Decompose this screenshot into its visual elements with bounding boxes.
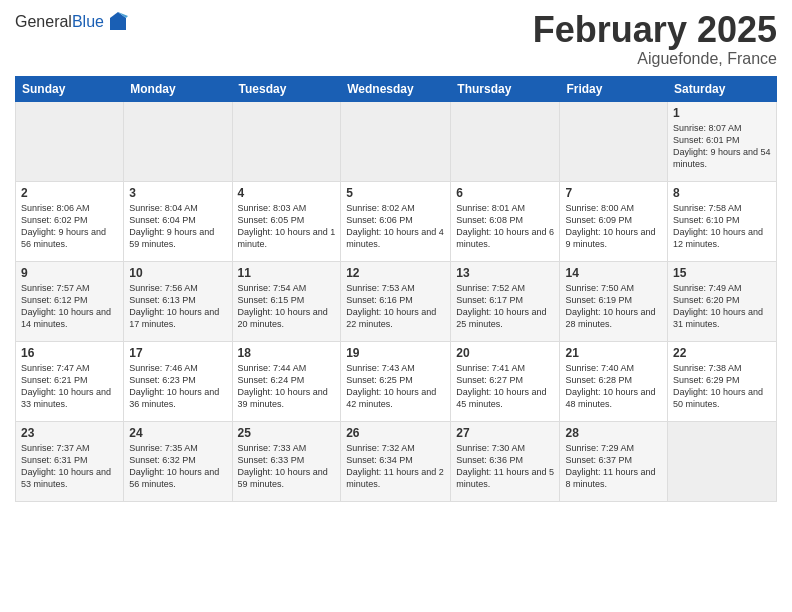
table-row	[451, 101, 560, 181]
day-info: Sunrise: 7:30 AM Sunset: 6:36 PM Dayligh…	[456, 442, 554, 491]
calendar-header-row: Sunday Monday Tuesday Wednesday Thursday…	[16, 76, 777, 101]
calendar-week-row: 9Sunrise: 7:57 AM Sunset: 6:12 PM Daylig…	[16, 261, 777, 341]
table-row: 15Sunrise: 7:49 AM Sunset: 6:20 PM Dayli…	[668, 261, 777, 341]
day-info: Sunrise: 7:43 AM Sunset: 6:25 PM Dayligh…	[346, 362, 445, 411]
day-info: Sunrise: 7:57 AM Sunset: 6:12 PM Dayligh…	[21, 282, 118, 331]
day-number: 27	[456, 426, 554, 440]
calendar-week-row: 1Sunrise: 8:07 AM Sunset: 6:01 PM Daylig…	[16, 101, 777, 181]
day-number: 26	[346, 426, 445, 440]
page-header: GeneralBlue February 2025 Aiguefonde, Fr…	[15, 10, 777, 68]
table-row	[124, 101, 232, 181]
table-row: 23Sunrise: 7:37 AM Sunset: 6:31 PM Dayli…	[16, 421, 124, 501]
table-row: 25Sunrise: 7:33 AM Sunset: 6:33 PM Dayli…	[232, 421, 341, 501]
table-row: 26Sunrise: 7:32 AM Sunset: 6:34 PM Dayli…	[341, 421, 451, 501]
table-row: 19Sunrise: 7:43 AM Sunset: 6:25 PM Dayli…	[341, 341, 451, 421]
day-info: Sunrise: 7:38 AM Sunset: 6:29 PM Dayligh…	[673, 362, 771, 411]
table-row: 17Sunrise: 7:46 AM Sunset: 6:23 PM Dayli…	[124, 341, 232, 421]
day-info: Sunrise: 8:06 AM Sunset: 6:02 PM Dayligh…	[21, 202, 118, 251]
day-number: 11	[238, 266, 336, 280]
day-info: Sunrise: 7:56 AM Sunset: 6:13 PM Dayligh…	[129, 282, 226, 331]
day-info: Sunrise: 8:03 AM Sunset: 6:05 PM Dayligh…	[238, 202, 336, 251]
table-row	[560, 101, 668, 181]
table-row: 16Sunrise: 7:47 AM Sunset: 6:21 PM Dayli…	[16, 341, 124, 421]
day-number: 23	[21, 426, 118, 440]
day-info: Sunrise: 7:40 AM Sunset: 6:28 PM Dayligh…	[565, 362, 662, 411]
day-number: 2	[21, 186, 118, 200]
day-info: Sunrise: 8:04 AM Sunset: 6:04 PM Dayligh…	[129, 202, 226, 251]
day-number: 6	[456, 186, 554, 200]
day-number: 1	[673, 106, 771, 120]
day-number: 5	[346, 186, 445, 200]
calendar-week-row: 2Sunrise: 8:06 AM Sunset: 6:02 PM Daylig…	[16, 181, 777, 261]
table-row: 3Sunrise: 8:04 AM Sunset: 6:04 PM Daylig…	[124, 181, 232, 261]
day-info: Sunrise: 7:49 AM Sunset: 6:20 PM Dayligh…	[673, 282, 771, 331]
day-number: 10	[129, 266, 226, 280]
day-info: Sunrise: 7:47 AM Sunset: 6:21 PM Dayligh…	[21, 362, 118, 411]
day-info: Sunrise: 7:58 AM Sunset: 6:10 PM Dayligh…	[673, 202, 771, 251]
day-info: Sunrise: 8:00 AM Sunset: 6:09 PM Dayligh…	[565, 202, 662, 251]
day-info: Sunrise: 7:37 AM Sunset: 6:31 PM Dayligh…	[21, 442, 118, 491]
day-info: Sunrise: 7:29 AM Sunset: 6:37 PM Dayligh…	[565, 442, 662, 491]
month-title: February 2025	[533, 10, 777, 50]
day-info: Sunrise: 8:02 AM Sunset: 6:06 PM Dayligh…	[346, 202, 445, 251]
day-number: 16	[21, 346, 118, 360]
table-row: 1Sunrise: 8:07 AM Sunset: 6:01 PM Daylig…	[668, 101, 777, 181]
day-number: 9	[21, 266, 118, 280]
table-row: 20Sunrise: 7:41 AM Sunset: 6:27 PM Dayli…	[451, 341, 560, 421]
day-number: 19	[346, 346, 445, 360]
day-number: 24	[129, 426, 226, 440]
day-number: 17	[129, 346, 226, 360]
col-friday: Friday	[560, 76, 668, 101]
col-wednesday: Wednesday	[341, 76, 451, 101]
day-info: Sunrise: 7:32 AM Sunset: 6:34 PM Dayligh…	[346, 442, 445, 491]
day-info: Sunrise: 7:41 AM Sunset: 6:27 PM Dayligh…	[456, 362, 554, 411]
day-number: 7	[565, 186, 662, 200]
day-info: Sunrise: 7:44 AM Sunset: 6:24 PM Dayligh…	[238, 362, 336, 411]
table-row: 7Sunrise: 8:00 AM Sunset: 6:09 PM Daylig…	[560, 181, 668, 261]
table-row: 9Sunrise: 7:57 AM Sunset: 6:12 PM Daylig…	[16, 261, 124, 341]
location: Aiguefonde, France	[533, 50, 777, 68]
day-number: 12	[346, 266, 445, 280]
table-row	[232, 101, 341, 181]
calendar-week-row: 23Sunrise: 7:37 AM Sunset: 6:31 PM Dayli…	[16, 421, 777, 501]
day-number: 25	[238, 426, 336, 440]
day-number: 21	[565, 346, 662, 360]
day-info: Sunrise: 7:35 AM Sunset: 6:32 PM Dayligh…	[129, 442, 226, 491]
day-info: Sunrise: 8:01 AM Sunset: 6:08 PM Dayligh…	[456, 202, 554, 251]
logo-blue-text: Blue	[72, 13, 104, 30]
table-row: 22Sunrise: 7:38 AM Sunset: 6:29 PM Dayli…	[668, 341, 777, 421]
day-number: 13	[456, 266, 554, 280]
day-number: 20	[456, 346, 554, 360]
logo-icon	[106, 10, 130, 34]
day-info: Sunrise: 8:07 AM Sunset: 6:01 PM Dayligh…	[673, 122, 771, 171]
table-row	[668, 421, 777, 501]
day-number: 14	[565, 266, 662, 280]
table-row: 14Sunrise: 7:50 AM Sunset: 6:19 PM Dayli…	[560, 261, 668, 341]
table-row: 5Sunrise: 8:02 AM Sunset: 6:06 PM Daylig…	[341, 181, 451, 261]
table-row	[16, 101, 124, 181]
calendar-week-row: 16Sunrise: 7:47 AM Sunset: 6:21 PM Dayli…	[16, 341, 777, 421]
day-number: 3	[129, 186, 226, 200]
day-info: Sunrise: 7:54 AM Sunset: 6:15 PM Dayligh…	[238, 282, 336, 331]
table-row: 24Sunrise: 7:35 AM Sunset: 6:32 PM Dayli…	[124, 421, 232, 501]
table-row: 10Sunrise: 7:56 AM Sunset: 6:13 PM Dayli…	[124, 261, 232, 341]
table-row: 18Sunrise: 7:44 AM Sunset: 6:24 PM Dayli…	[232, 341, 341, 421]
table-row: 4Sunrise: 8:03 AM Sunset: 6:05 PM Daylig…	[232, 181, 341, 261]
day-info: Sunrise: 7:46 AM Sunset: 6:23 PM Dayligh…	[129, 362, 226, 411]
col-thursday: Thursday	[451, 76, 560, 101]
day-number: 18	[238, 346, 336, 360]
logo-general-text: General	[15, 13, 72, 30]
calendar-table: Sunday Monday Tuesday Wednesday Thursday…	[15, 76, 777, 502]
day-info: Sunrise: 7:52 AM Sunset: 6:17 PM Dayligh…	[456, 282, 554, 331]
day-info: Sunrise: 7:33 AM Sunset: 6:33 PM Dayligh…	[238, 442, 336, 491]
table-row: 2Sunrise: 8:06 AM Sunset: 6:02 PM Daylig…	[16, 181, 124, 261]
table-row: 13Sunrise: 7:52 AM Sunset: 6:17 PM Dayli…	[451, 261, 560, 341]
day-number: 8	[673, 186, 771, 200]
logo: GeneralBlue	[15, 10, 130, 34]
day-info: Sunrise: 7:53 AM Sunset: 6:16 PM Dayligh…	[346, 282, 445, 331]
col-sunday: Sunday	[16, 76, 124, 101]
table-row: 12Sunrise: 7:53 AM Sunset: 6:16 PM Dayli…	[341, 261, 451, 341]
table-row: 21Sunrise: 7:40 AM Sunset: 6:28 PM Dayli…	[560, 341, 668, 421]
table-row: 6Sunrise: 8:01 AM Sunset: 6:08 PM Daylig…	[451, 181, 560, 261]
day-number: 28	[565, 426, 662, 440]
